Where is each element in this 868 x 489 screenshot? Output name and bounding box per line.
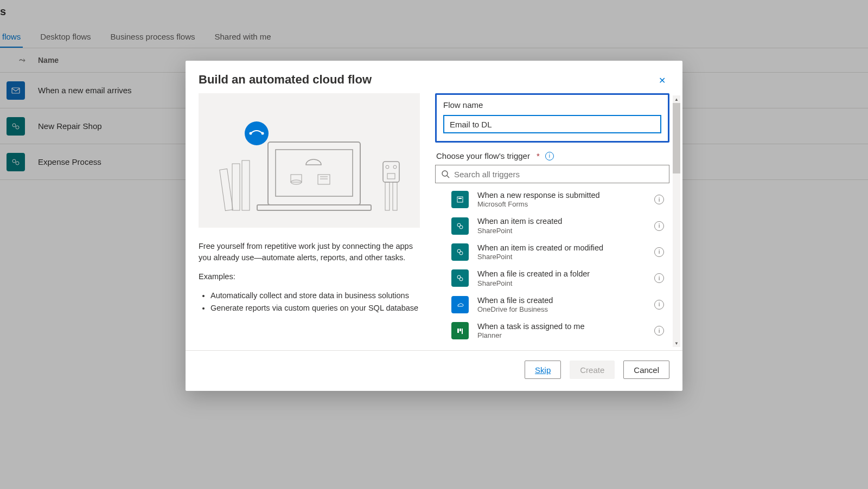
forms-icon [451,191,469,208]
svg-rect-21 [393,182,397,210]
svg-point-18 [393,165,397,169]
example-item: Generate reports via custom queries on y… [210,303,421,314]
build-flow-dialog: Build an automated cloud flow ✕ [186,61,682,391]
info-icon[interactable]: i [654,247,664,257]
svg-rect-10 [257,205,371,210]
dialog-title: Build an automated cloud flow [199,73,372,87]
info-icon[interactable]: i [654,273,664,283]
trigger-item[interactable]: When a new response is submittedMicrosof… [451,189,664,215]
trigger-title: When a new response is submitted [477,191,646,200]
trigger-subtitle: SharePoint [477,227,646,235]
info-icon[interactable]: i [654,195,664,204]
info-icon[interactable]: i [654,326,664,336]
modal-overlay: Build an automated cloud flow ✕ [0,0,868,489]
required-asterisk: * [537,151,540,160]
trigger-label: Choose your flow's trigger [436,151,530,160]
svg-point-34 [459,278,463,281]
svg-line-26 [447,176,449,178]
svg-rect-36 [459,329,461,331]
trigger-subtitle: OneDrive for Business [477,305,646,313]
onedrive-icon [451,296,469,313]
planner-icon [451,322,469,339]
info-icon[interactable]: i [545,152,554,160]
svg-rect-8 [268,142,360,205]
info-icon[interactable]: i [654,221,664,231]
svg-rect-23 [232,164,240,210]
svg-rect-24 [242,160,250,210]
trigger-item[interactable]: When a file is createdOneDrive for Busin… [451,294,664,320]
skip-button[interactable]: Skip [525,361,561,379]
trigger-subtitle: SharePoint [477,279,646,287]
svg-rect-9 [276,150,353,196]
trigger-title: When a task is assigned to me [477,322,646,331]
scrollbar-thumb[interactable] [673,103,680,173]
search-icon [441,170,450,178]
flow-name-highlight: Flow name [435,93,669,143]
scroll-up-icon[interactable]: ▲ [673,95,680,103]
cancel-button[interactable]: Cancel [623,361,669,379]
trigger-subtitle: Microsoft Forms [477,200,646,208]
sharepoint-icon [451,217,469,235]
trigger-title: When an item is created or modified [477,243,646,253]
scroll-down-icon[interactable]: ▼ [673,339,680,347]
svg-point-32 [459,252,463,255]
svg-rect-35 [457,329,459,333]
flow-name-input[interactable] [443,115,661,133]
flow-name-label: Flow name [443,100,661,110]
sharepoint-icon [451,269,469,287]
trigger-item[interactable]: When a file is created in a folderShareP… [451,267,664,293]
search-triggers-field[interactable] [435,165,669,183]
svg-point-6 [250,132,252,135]
trigger-title: When a file is created in a folder [477,269,646,279]
trigger-title: When an item is created [477,217,646,226]
svg-rect-13 [318,175,330,184]
svg-point-25 [442,171,448,176]
dialog-scrollbar[interactable]: ▲ ▼ [673,95,680,347]
close-icon[interactable]: ✕ [654,73,669,88]
svg-rect-20 [385,182,390,210]
svg-rect-12 [291,175,302,182]
info-icon[interactable]: i [654,300,664,310]
dialog-illustration [199,93,420,228]
svg-rect-28 [458,198,462,199]
trigger-title: When a file is created [477,296,646,305]
trigger-item[interactable]: When an item is created or modifiedShare… [451,241,664,267]
dialog-description: Free yourself from repetitive work just … [199,241,421,263]
sharepoint-icon [451,243,469,261]
svg-rect-27 [457,197,463,202]
trigger-subtitle: SharePoint [477,253,646,261]
trigger-list: When a new response is submittedMicrosof… [451,189,669,346]
svg-point-30 [459,226,463,229]
svg-rect-22 [220,169,233,210]
svg-point-7 [261,132,264,135]
search-triggers-input[interactable] [454,170,663,179]
example-item: Automatically collect and store data in … [210,290,421,301]
trigger-item[interactable]: When an item is createdSharePoint i [451,215,664,241]
trigger-subtitle: Planner [477,331,646,339]
svg-rect-37 [462,329,463,334]
examples-heading: Examples: [199,271,421,282]
svg-point-17 [386,165,389,169]
create-button[interactable]: Create [570,361,615,379]
svg-point-5 [245,121,269,145]
trigger-item[interactable]: When a task is assigned to mePlanner i [451,320,664,346]
svg-rect-19 [387,173,395,179]
